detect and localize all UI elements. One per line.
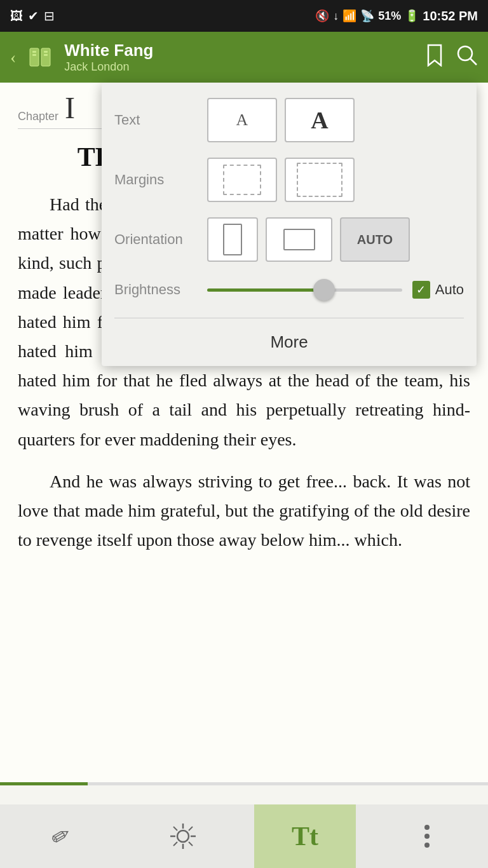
margins-options [207, 158, 464, 202]
text-options: A A [207, 98, 464, 142]
svg-rect-5 [44, 54, 48, 56]
pencil-icon: ✏ [46, 820, 76, 852]
book-title: White Fang [64, 41, 416, 60]
svg-line-16 [173, 842, 177, 846]
app-bar-actions [426, 44, 478, 71]
check-icon: ✔ [28, 8, 39, 24]
battery-text: 51% [378, 10, 401, 23]
book-icon [26, 43, 54, 71]
brightness-button[interactable] [132, 804, 234, 868]
orientation-options: AUTO [207, 217, 464, 262]
chapter-label: Chapter [18, 110, 58, 123]
book-author: Jack London [64, 60, 416, 74]
svg-rect-3 [32, 54, 36, 56]
text-size-small-button[interactable]: A [207, 98, 277, 142]
brightness-label: Brightness [114, 281, 197, 298]
battery-icon: 🔋 [405, 9, 419, 23]
orientation-row: Orientation AUTO [114, 217, 464, 262]
svg-point-6 [458, 46, 472, 60]
chapter-number: I [65, 93, 75, 123]
svg-rect-4 [44, 51, 48, 53]
text-settings-button[interactable]: Tt [254, 804, 356, 868]
orientation-auto-button[interactable]: AUTO [340, 217, 410, 262]
svg-line-13 [173, 827, 177, 831]
auto-checkbox[interactable]: ✓ [412, 281, 430, 299]
bottom-toolbar: ✏ Tt [0, 804, 488, 868]
search-button[interactable] [456, 44, 478, 71]
margins-label: Margins [114, 172, 197, 188]
voicemail-icon: ⊟ [44, 8, 55, 24]
brightness-track [207, 288, 402, 292]
brightness-auto-toggle[interactable]: ✓ Auto [412, 281, 464, 299]
svg-line-14 [189, 842, 193, 846]
orientation-label: Orientation [114, 231, 197, 248]
paragraph-2: And he was always striving to get free..… [18, 467, 470, 555]
auto-label: Auto [435, 281, 464, 298]
svg-rect-2 [32, 51, 36, 53]
text-label: Text [114, 112, 197, 128]
portrait-icon [223, 224, 242, 255]
dot-3 [424, 843, 430, 848]
volume-off-icon: 🔇 [315, 9, 329, 23]
margins-small-button[interactable] [207, 158, 277, 202]
signal-icon: 📶 [342, 9, 356, 23]
time-display: 10:52 PM [423, 9, 478, 24]
sun-icon [169, 822, 197, 850]
brightness-row: Brightness ✓ Auto [114, 277, 464, 302]
margin-large-icon [297, 163, 342, 197]
margins-row: Margins [114, 158, 464, 202]
download-icon: ↓ [333, 10, 339, 23]
checkmark-icon: ✓ [416, 283, 426, 297]
text-size-large-button[interactable]: A [285, 98, 355, 142]
wifi-icon: 📡 [360, 9, 374, 23]
orientation-landscape-button[interactable] [266, 217, 332, 262]
pencil-button[interactable]: ✏ [10, 804, 112, 868]
large-a-label: A [311, 106, 328, 134]
back-button[interactable]: ‹ [10, 47, 16, 67]
status-right-info: 🔇 ↓ 📶 📡 51% 🔋 10:52 PM [315, 9, 478, 24]
bookmark-button[interactable] [426, 44, 444, 71]
status-bar: 🖼 ✔ ⊟ 🔇 ↓ 📶 📡 51% 🔋 10:52 PM [0, 0, 488, 32]
dot-2 [424, 834, 430, 839]
app-bar: ‹ White Fang Jack London [0, 32, 488, 83]
margin-small-icon [223, 165, 261, 195]
small-a-label: A [236, 111, 248, 130]
dots-menu-icon [424, 825, 430, 848]
image-icon: 🖼 [10, 9, 23, 24]
status-left-icons: 🖼 ✔ ⊟ [10, 8, 55, 24]
text-size-row: Text A A [114, 98, 464, 142]
progress-fill [0, 782, 88, 785]
svg-point-8 [177, 831, 189, 842]
settings-popup: Text A A Margins Orientation [102, 83, 477, 366]
progress-bar [0, 782, 488, 785]
margins-large-button[interactable] [285, 158, 355, 202]
landscape-icon [283, 229, 315, 250]
dot-1 [424, 825, 430, 830]
auto-orient-label: AUTO [357, 233, 393, 247]
app-bar-titles: White Fang Jack London [64, 41, 416, 74]
svg-line-7 [470, 58, 477, 65]
svg-line-15 [189, 827, 193, 831]
more-options-button[interactable] [376, 804, 478, 868]
brightness-thumb[interactable] [313, 279, 335, 301]
orientation-portrait-button[interactable] [207, 217, 258, 262]
brightness-slider[interactable] [207, 277, 402, 302]
more-button[interactable]: More [114, 318, 464, 366]
text-settings-icon: Tt [292, 821, 318, 851]
